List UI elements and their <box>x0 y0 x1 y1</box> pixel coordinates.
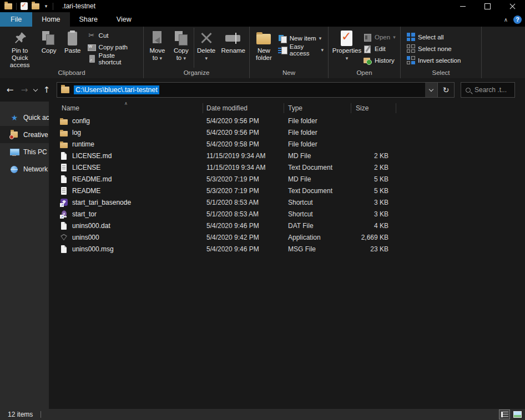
table-row[interactable]: log 5/4/2020 9:56 PM File folder <box>49 126 525 138</box>
copy-to-button[interactable]: Copy to <box>170 28 193 68</box>
file-date-modified: 5/4/2020 9:56 PM <box>203 117 284 125</box>
new-item-button[interactable]: New item <box>276 32 326 44</box>
file-type: Shortcut <box>284 199 351 206</box>
window-controls <box>450 0 525 12</box>
delete-button[interactable]: Delete <box>194 28 219 68</box>
search-box[interactable] <box>461 82 515 98</box>
paste-button[interactable]: Paste <box>60 28 85 68</box>
tab-share[interactable]: Share <box>70 12 107 27</box>
copy-path-icon <box>87 43 96 52</box>
dropdown-icon <box>183 55 186 61</box>
table-row[interactable]: README 5/3/2020 7:19 PM Text Document 5 … <box>49 185 525 196</box>
forward-button[interactable]: → <box>17 83 32 97</box>
column-headers: Name Date modified Type Size <box>49 102 525 115</box>
column-header-date-modified[interactable]: Date modified <box>203 103 284 113</box>
new-folder-icon <box>255 30 272 47</box>
file-icon <box>59 245 68 254</box>
properties-icon <box>338 30 356 47</box>
button-label: Pin to Quick access <box>4 47 36 69</box>
qat-dropdown-icon[interactable] <box>43 3 49 9</box>
table-row[interactable]: README.md 5/3/2020 7:19 PM MD File 5 KB <box>49 173 525 185</box>
history-button[interactable]: History <box>363 54 396 66</box>
table-row[interactable]: start_tari_basenode 5/1/2020 8:53 AM Sho… <box>49 196 525 208</box>
file-icon <box>59 221 68 230</box>
table-row[interactable]: LICENSE 11/15/2019 9:34 AM Text Document… <box>49 161 525 173</box>
invert-selection-button[interactable]: Invert selection <box>406 54 461 66</box>
easy-access-button[interactable]: Easy access <box>276 44 326 55</box>
move-to-icon <box>148 30 166 47</box>
new-folder-button[interactable]: New folder <box>252 28 276 68</box>
button-label: Copy <box>42 47 57 54</box>
dropdown-icon <box>346 55 349 61</box>
column-header-type[interactable]: Type <box>284 103 351 113</box>
edit-button[interactable]: Edit <box>363 43 396 54</box>
file-type: Shortcut <box>284 210 351 218</box>
sidebar-item-label: Creative <box>23 131 48 139</box>
copy-path-button[interactable]: Copy path <box>85 41 141 53</box>
status-bar: 12 items <box>0 409 525 420</box>
select-all-button[interactable]: Select all <box>406 31 461 43</box>
open-icon <box>363 33 372 42</box>
file-name: unins000 <box>72 234 99 241</box>
open-button[interactable]: Open <box>363 31 396 43</box>
paste-shortcut-button[interactable]: Paste shortcut <box>85 53 141 64</box>
minimize-button[interactable] <box>450 0 475 12</box>
network-icon <box>10 165 19 174</box>
rename-button[interactable]: Rename <box>220 28 247 68</box>
properties-qat-icon[interactable] <box>21 2 28 10</box>
file-type: File folder <box>284 129 351 136</box>
address-bar[interactable]: C:\Users\bluec\.tari-testnet <box>57 82 438 98</box>
sidebar-item-this-pc[interactable]: This PC <box>0 143 49 160</box>
properties-button[interactable]: Properties <box>331 28 363 68</box>
button-label: Properties <box>332 47 361 54</box>
table-row[interactable]: unins000.msg 5/4/2020 9:46 PM MSG File 2… <box>49 243 525 255</box>
divider <box>16 3 17 10</box>
ribbon-tab-strip: File Home Share View ? <box>0 12 525 27</box>
button-label: History <box>375 57 395 64</box>
maximize-button[interactable] <box>475 0 500 12</box>
table-row[interactable]: unins000 5/4/2020 9:42 PM Application 2,… <box>49 231 525 243</box>
address-path[interactable]: C:\Users\bluec\.tari-testnet <box>74 85 159 94</box>
file-name: LICENSE.md <box>72 152 112 160</box>
file-name: start_tor <box>72 210 97 218</box>
column-header-size[interactable]: Size <box>351 103 396 113</box>
tab-home[interactable]: Home <box>32 12 69 27</box>
sidebar-item-label: This PC <box>23 148 47 156</box>
table-row[interactable]: runtime 5/4/2020 9:58 PM File folder <box>49 138 525 150</box>
refresh-button[interactable] <box>438 82 455 98</box>
sidebar-item-network[interactable]: Network <box>0 160 49 178</box>
file-name: README <box>72 187 100 195</box>
select-none-button[interactable]: Select none <box>406 43 461 54</box>
close-button[interactable] <box>500 0 525 12</box>
table-row[interactable]: LICENSE.md 11/15/2019 9:34 AM MD File 2 … <box>49 150 525 161</box>
invert-selection-icon <box>407 56 415 64</box>
details-view-button[interactable] <box>499 409 510 419</box>
file-icon <box>59 117 68 125</box>
pin-to-quick-access-button[interactable]: Pin to Quick access <box>2 28 37 69</box>
up-button[interactable]: ↑ <box>39 83 54 97</box>
move-to-button[interactable]: Move to <box>146 28 169 68</box>
search-input[interactable] <box>474 86 513 94</box>
cut-button[interactable]: Cut <box>85 29 141 41</box>
thumbnails-view-button[interactable] <box>512 409 523 419</box>
address-dropdown-icon[interactable] <box>425 83 437 97</box>
folder-qat-icon[interactable] <box>32 3 39 9</box>
tab-view[interactable]: View <box>107 12 141 27</box>
copy-button[interactable]: Copy <box>37 28 60 68</box>
collapse-ribbon-icon[interactable] <box>504 17 508 23</box>
file-icon <box>59 186 68 195</box>
dropdown-icon <box>319 36 322 41</box>
sidebar-item-creative[interactable]: Creative <box>0 126 49 143</box>
recent-locations-icon[interactable] <box>32 83 39 97</box>
table-row[interactable]: start_tor 5/1/2020 8:53 AM Shortcut 3 KB <box>49 208 525 220</box>
dropdown-icon <box>160 55 163 61</box>
table-row[interactable]: unins000.dat 5/4/2020 9:46 PM DAT File 4… <box>49 220 525 231</box>
sidebar-item-quick-access[interactable]: Quick ac <box>0 109 49 126</box>
help-icon[interactable]: ? <box>513 16 522 24</box>
select-all-icon <box>407 33 415 41</box>
back-button[interactable]: ← <box>3 83 17 97</box>
copy-to-icon <box>172 30 190 47</box>
paste-shortcut-icon <box>87 54 96 63</box>
tab-file[interactable]: File <box>0 12 32 27</box>
table-row[interactable]: config 5/4/2020 9:56 PM File folder <box>49 115 525 126</box>
